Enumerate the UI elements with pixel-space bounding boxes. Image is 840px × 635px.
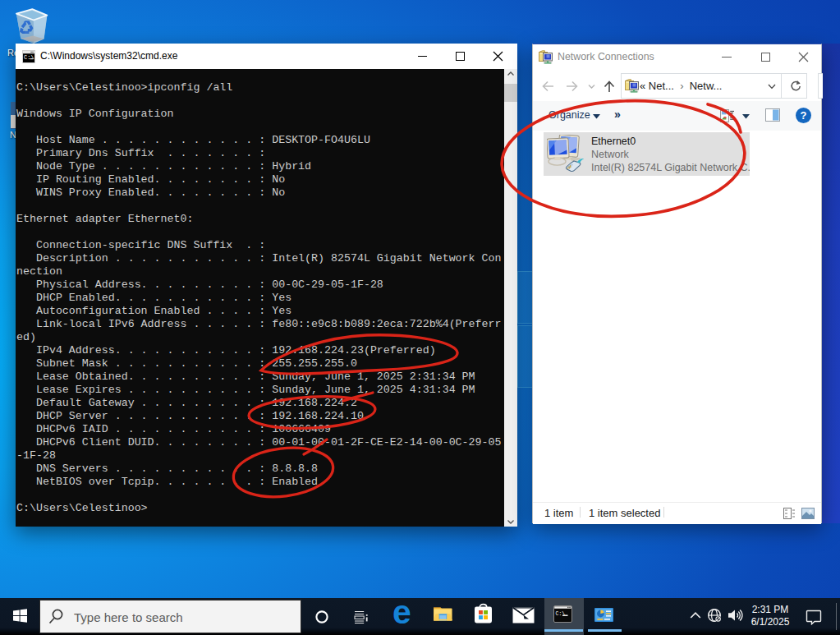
svg-text:?: ?	[801, 109, 807, 122]
svg-text:C:\: C:\	[24, 54, 34, 61]
